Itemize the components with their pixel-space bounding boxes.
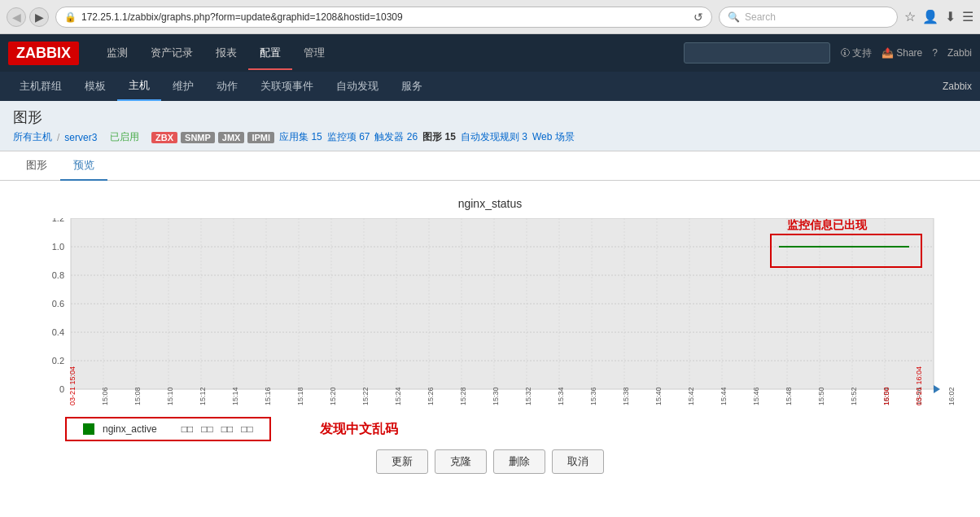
- legend-v1: □□: [182, 423, 194, 435]
- breadcrumb-sep2: [102, 132, 104, 143]
- svg-text:15:12: 15:12: [199, 387, 207, 405]
- svg-text:0.4: 0.4: [52, 327, 64, 337]
- subnav-maintenance[interactable]: 维护: [161, 72, 205, 100]
- svg-text:0.6: 0.6: [52, 299, 64, 309]
- nav-monitor[interactable]: 监测: [95, 36, 139, 70]
- svg-text:15:18: 15:18: [296, 387, 304, 405]
- appsets-count: 15: [311, 131, 322, 142]
- legend-v2: □□: [201, 423, 213, 435]
- update-button[interactable]: 更新: [376, 449, 428, 474]
- badge-snmp: SNMP: [181, 132, 215, 143]
- breadcrumb-graphs[interactable]: 图形 15: [422, 130, 456, 144]
- svg-text:16:02: 16:02: [947, 387, 956, 405]
- chart-title: nginx_status: [16, 197, 964, 210]
- svg-text:15:24: 15:24: [394, 387, 402, 405]
- svg-text:15:34: 15:34: [557, 387, 565, 405]
- browser-chrome: ◀ ▶ 🔒 172.25.1.1/zabbix/graphs.php?form=…: [0, 0, 980, 34]
- svg-text:15:06: 15:06: [101, 387, 109, 405]
- browser-actions: ☆ 👤 ⬇ ☰: [904, 9, 973, 24]
- support-link[interactable]: 🛈 支持: [840, 46, 872, 60]
- svg-text:0: 0: [59, 384, 64, 394]
- svg-text:15:52: 15:52: [850, 387, 858, 405]
- breadcrumb-monitors[interactable]: 监控项 67: [327, 130, 370, 144]
- subnav-discovery[interactable]: 自动发现: [325, 72, 390, 100]
- page-content: 图形 所有主机 / server3 已启用 ZBX SNMP JMX IPMI …: [0, 101, 980, 517]
- subnav-services[interactable]: 服务: [390, 72, 434, 100]
- cancel-button[interactable]: 取消: [552, 449, 604, 474]
- svg-text:15:44: 15:44: [720, 387, 728, 405]
- nav-config[interactable]: 配置: [248, 36, 292, 70]
- svg-text:15:48: 15:48: [785, 387, 793, 405]
- header-search-input[interactable]: [684, 42, 830, 64]
- breadcrumb-server[interactable]: server3: [64, 132, 97, 143]
- sub-navigation: 主机群组 模板 主机 维护 动作 关联项事件 自动发现 服务 Zabbix: [0, 72, 980, 101]
- svg-text:15:40: 15:40: [654, 387, 663, 405]
- url-bar[interactable]: 🔒 172.25.1.1/zabbix/graphs.php?form=upda…: [55, 7, 712, 28]
- subnav-correlations[interactable]: 关联项事件: [249, 72, 325, 100]
- support-icon: 🛈: [840, 47, 850, 59]
- svg-text:15:14: 15:14: [231, 387, 239, 405]
- breadcrumb-appsets[interactable]: 应用集 15: [279, 130, 322, 144]
- browser-search-bar[interactable]: 🔍 Search: [719, 7, 898, 28]
- menu-icon[interactable]: ☰: [962, 9, 973, 24]
- badge-ipmi: IPMI: [247, 132, 274, 143]
- search-placeholder: Search: [745, 11, 776, 23]
- breadcrumb-web[interactable]: Web 场景: [532, 130, 575, 144]
- legend-color-box: [83, 423, 94, 435]
- bookmark-icon[interactable]: ☆: [904, 9, 916, 24]
- share-link[interactable]: 📤 Share: [882, 47, 922, 59]
- status-badges: ZBX SNMP JMX IPMI: [151, 132, 274, 143]
- search-icon: 🔍: [728, 11, 740, 23]
- nav-assets[interactable]: 资产记录: [139, 36, 204, 70]
- delete-button[interactable]: 删除: [493, 449, 545, 474]
- profile-icon[interactable]: 👤: [922, 9, 938, 24]
- download-icon[interactable]: ⬇: [945, 9, 956, 24]
- svg-text:15:08: 15:08: [133, 387, 142, 405]
- breadcrumb-all-hosts[interactable]: 所有主机: [13, 130, 52, 144]
- breadcrumb-triggers[interactable]: 触发器 26: [374, 130, 418, 144]
- annotation-garbled: 发现中文乱码: [320, 421, 398, 438]
- svg-text:0.8: 0.8: [52, 270, 64, 280]
- svg-text:15:46: 15:46: [752, 387, 760, 405]
- triggers-label: 触发器: [374, 131, 404, 142]
- subnav-actions[interactable]: 动作: [205, 72, 249, 100]
- chart-container: nginx_status: [0, 181, 980, 502]
- nav-admin[interactable]: 管理: [292, 36, 336, 70]
- svg-text:15:42: 15:42: [687, 387, 695, 405]
- breadcrumb-sep1: /: [57, 132, 59, 143]
- svg-text:15:26: 15:26: [427, 387, 435, 405]
- header-right: 🛈 支持 📤 Share ? Zabbi: [684, 42, 972, 64]
- legend-name: nginx_active: [103, 423, 157, 435]
- breadcrumb-discovery[interactable]: 自动发现规则 3: [461, 130, 527, 144]
- discovery-count: 3: [522, 131, 527, 142]
- appsets-label: 应用集: [279, 131, 308, 142]
- sub-nav-user: Zabbix: [943, 81, 972, 92]
- tab-graph[interactable]: 图形: [13, 151, 60, 181]
- tab-preview[interactable]: 预览: [60, 151, 107, 181]
- user-menu[interactable]: Zabbi: [947, 47, 972, 59]
- reload-button[interactable]: ↺: [693, 11, 703, 24]
- chart-svg: 1.2 1.0 0.8 0.6 0.4 0.2 0 03-21 15:04 15…: [22, 218, 958, 414]
- forward-button[interactable]: ▶: [29, 7, 49, 27]
- svg-text:15:50: 15:50: [817, 387, 825, 405]
- subnav-hostgroups[interactable]: 主机群组: [8, 72, 73, 100]
- back-button[interactable]: ◀: [7, 7, 26, 27]
- subnav-hosts[interactable]: 主机: [117, 72, 161, 101]
- nav-reports[interactable]: 报表: [204, 36, 248, 70]
- svg-text:03-21 15:04: 03-21 15:04: [68, 366, 77, 405]
- svg-text:15:22: 15:22: [361, 387, 370, 405]
- annotation-monitor-info: 监控信息已出现: [787, 218, 867, 233]
- zabbix-logo: ZABBIX: [8, 42, 79, 65]
- subnav-templates[interactable]: 模板: [73, 72, 117, 100]
- tab-bar: 图形 预览: [0, 151, 980, 181]
- monitors-label: 监控项: [327, 131, 357, 142]
- svg-text:03-21 16:04: 03-21 16:04: [915, 366, 923, 405]
- svg-text:16:00: 16:00: [882, 387, 890, 405]
- svg-text:15:36: 15:36: [589, 387, 597, 405]
- svg-text:15:20: 15:20: [329, 387, 337, 405]
- page-title: 图形: [13, 107, 967, 127]
- url-text: 172.25.1.1/zabbix/graphs.php?form=update…: [81, 11, 689, 23]
- help-button[interactable]: ?: [932, 47, 938, 59]
- clone-button[interactable]: 克隆: [435, 449, 487, 474]
- action-bar: 更新 克隆 删除 取消: [16, 441, 964, 485]
